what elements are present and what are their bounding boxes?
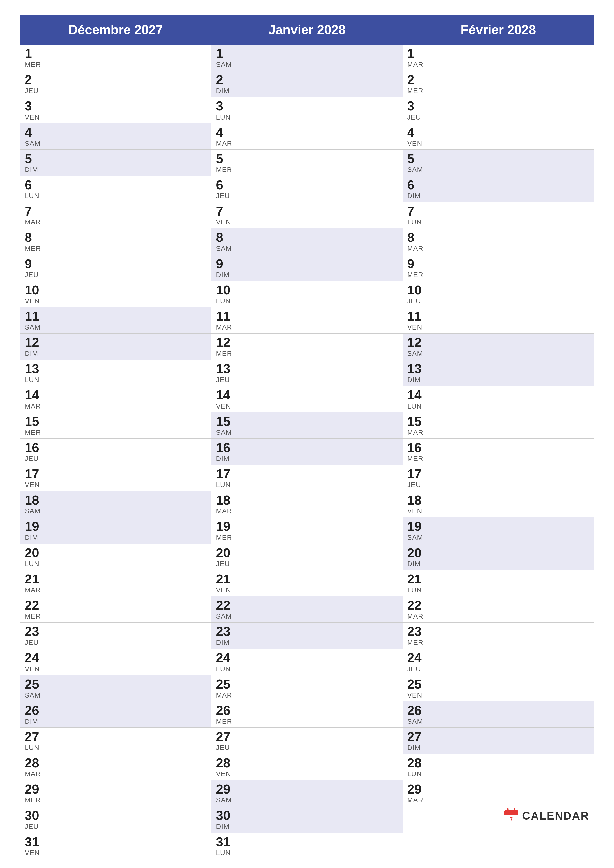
- day-number: 25: [25, 677, 207, 691]
- feb-day-cell: 16MER: [403, 439, 594, 465]
- day-name: SAM: [25, 691, 207, 699]
- day-name: JEU: [25, 87, 207, 95]
- day-name: SAM: [216, 612, 398, 620]
- dec-day-cell: 19DIM: [20, 518, 211, 544]
- jan-day-cell: 4MAR: [211, 123, 403, 149]
- calendar-row: 13LUN13JEU13DIM: [20, 360, 594, 386]
- day-name: LUN: [25, 376, 207, 384]
- feb-day-cell: 20DIM: [403, 544, 594, 570]
- day-name: VEN: [25, 849, 207, 857]
- dec-day-cell: 26DIM: [20, 701, 211, 727]
- day-name: JEU: [216, 560, 398, 568]
- day-number: 19: [407, 519, 589, 533]
- day-number: 27: [216, 730, 398, 744]
- day-name: VEN: [407, 323, 589, 331]
- feb-day-cell: 4VEN: [403, 123, 594, 149]
- day-number: 26: [216, 704, 398, 718]
- app-logo: 7 CALENDAR: [504, 808, 589, 823]
- jan-day-cell: 11MAR: [211, 307, 403, 333]
- day-name: MAR: [407, 796, 589, 804]
- dec-day-cell: 21MAR: [20, 570, 211, 596]
- jan-day-cell: 24LUN: [211, 649, 403, 675]
- calendar-row: 2JEU2DIM2MER: [20, 71, 594, 97]
- day-number: 17: [25, 467, 207, 481]
- calendar-row: 12DIM12MER12SAM: [20, 333, 594, 360]
- day-name: DIM: [216, 823, 398, 831]
- day-name: MAR: [407, 429, 589, 437]
- dec-day-cell: 1MER: [20, 44, 211, 71]
- day-number: 8: [407, 230, 589, 245]
- day-name: MAR: [25, 402, 207, 410]
- day-name: MAR: [407, 612, 589, 620]
- jan-day-cell: 10LUN: [211, 281, 403, 307]
- day-number: 10: [216, 283, 398, 297]
- day-number: 27: [407, 730, 589, 744]
- day-number: 22: [407, 598, 589, 612]
- day-number: 29: [407, 782, 589, 796]
- day-number: 26: [407, 704, 589, 718]
- day-number: 23: [216, 625, 398, 639]
- day-name: MER: [25, 612, 207, 620]
- day-name: MER: [216, 718, 398, 725]
- feb-day-cell: 15MAR: [403, 412, 594, 439]
- feb-day-cell: 11VEN: [403, 307, 594, 333]
- jan-day-cell: 20JEU: [211, 544, 403, 570]
- day-number: 3: [216, 99, 398, 113]
- dec-day-cell: 29MER: [20, 780, 211, 806]
- day-number: 29: [25, 782, 207, 796]
- day-name: LUN: [407, 402, 589, 410]
- feb-day-cell: 14LUN: [403, 386, 594, 412]
- day-number: 20: [25, 546, 207, 560]
- day-name: MER: [25, 245, 207, 253]
- day-number: 19: [216, 519, 398, 533]
- day-name: LUN: [216, 665, 398, 673]
- calendar-row: 15MER15SAM15MAR: [20, 412, 594, 439]
- calendar-row: 28MAR28VEN28LUN: [20, 754, 594, 780]
- day-name: MER: [216, 534, 398, 542]
- day-name: VEN: [25, 665, 207, 673]
- logo-text: CALENDAR: [522, 810, 589, 822]
- feb-day-cell: 26SAM: [403, 701, 594, 727]
- dec-day-cell: 12DIM: [20, 333, 211, 360]
- jan-day-cell: 13JEU: [211, 360, 403, 386]
- day-name: LUN: [407, 586, 589, 594]
- day-number: 7: [216, 204, 398, 218]
- day-name: VEN: [25, 113, 207, 121]
- day-number: 5: [216, 152, 398, 166]
- day-name: MAR: [216, 507, 398, 515]
- calendar-row: 22MER22SAM22MAR: [20, 596, 594, 622]
- jan-day-cell: 3LUN: [211, 97, 403, 123]
- day-name: MAR: [25, 586, 207, 594]
- day-number: 31: [216, 835, 398, 849]
- day-name: DIM: [25, 534, 207, 542]
- day-name: MAR: [407, 60, 589, 68]
- dec-day-cell: 3VEN: [20, 97, 211, 123]
- feb-day-cell: 18VEN: [403, 491, 594, 518]
- calendar-table: Décembre 2027 Janvier 2028 Février 2028 …: [20, 15, 594, 859]
- calendar-logo-icon: 7: [504, 808, 519, 823]
- day-number: 22: [216, 598, 398, 612]
- calendar-row: 23JEU23DIM23MER: [20, 623, 594, 649]
- dec-day-cell: 10VEN: [20, 281, 211, 307]
- day-number: 23: [25, 625, 207, 639]
- day-number: 14: [216, 388, 398, 402]
- jan-day-cell: 7VEN: [211, 202, 403, 228]
- day-name: VEN: [25, 481, 207, 489]
- day-number: 10: [407, 283, 589, 297]
- day-number: 21: [25, 572, 207, 586]
- dec-day-cell: 4SAM: [20, 123, 211, 149]
- day-name: JEU: [216, 376, 398, 384]
- feb-day-cell: 29MAR: [403, 780, 594, 806]
- day-name: LUN: [216, 297, 398, 305]
- day-name: VEN: [216, 218, 398, 226]
- day-number: 14: [25, 388, 207, 402]
- day-name: DIM: [216, 455, 398, 463]
- feb-day-cell: 1MAR: [403, 44, 594, 71]
- day-name: JEU: [407, 665, 589, 673]
- day-number: 6: [25, 178, 207, 192]
- day-number: 9: [25, 257, 207, 271]
- feb-day-cell: 2MER: [403, 71, 594, 97]
- dec-day-cell: 6LUN: [20, 176, 211, 202]
- calendar-row: 27LUN27JEU27DIM: [20, 727, 594, 754]
- day-number: 24: [25, 651, 207, 665]
